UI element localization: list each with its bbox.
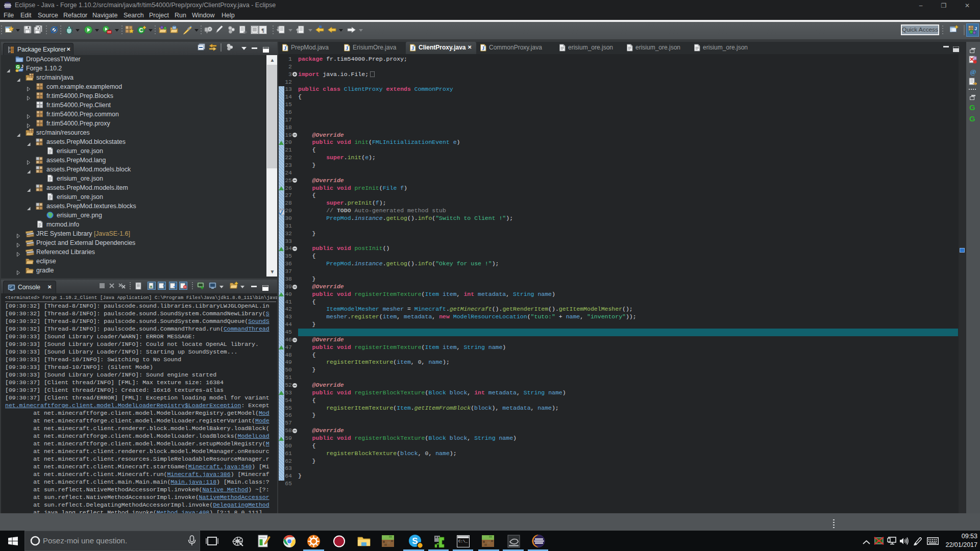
svg-text:J: J	[974, 27, 977, 32]
svg-text:C: C	[139, 27, 143, 33]
svg-text:J: J	[482, 45, 484, 51]
svg-text:J: J	[284, 45, 286, 51]
svg-text:G: G	[16, 64, 20, 69]
svg-text:J: J	[21, 64, 23, 69]
svg-text:@: @	[970, 68, 976, 76]
svg-text:a: a	[150, 284, 153, 289]
svg-text:J: J	[411, 45, 414, 51]
svg-text:J: J	[346, 45, 348, 51]
svg-text:¶: ¶	[261, 27, 264, 33]
svg-text:S: S	[412, 536, 418, 546]
svg-text:C:\_: C:\_	[458, 539, 468, 543]
